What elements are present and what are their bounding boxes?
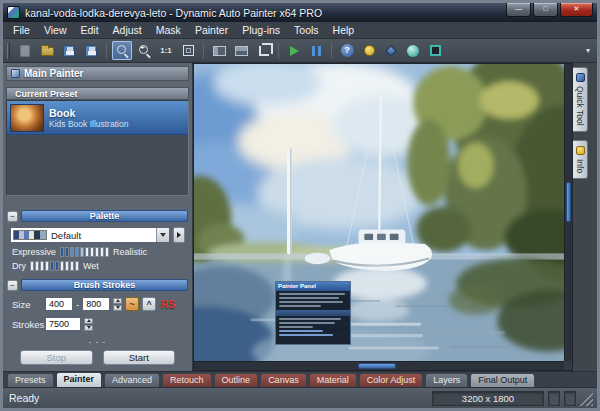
current-preset-header: Current Preset [6,87,189,100]
toolbar: 1:1 ? ▾ [3,39,597,63]
vertical-scrollbar-thumb[interactable] [566,182,571,222]
palette-header: Palette [21,210,188,222]
help-icon: ? [341,44,354,57]
horizontal-scrollbar-thumb[interactable] [358,363,396,369]
vertical-scrollbar[interactable] [564,64,572,361]
menu-adjust[interactable]: Adjust [106,23,149,37]
actual-size-button[interactable]: 1:1 [156,41,176,60]
status-panel-2 [564,391,576,406]
tab-painter[interactable]: Painter [56,372,103,387]
strokes-spinner[interactable] [84,318,93,331]
brush-direction-button[interactable]: ^ [142,297,156,311]
menu-bar: File View Edit Adjust Mask Painter Plug-… [3,22,597,39]
dry-wet-slider[interactable] [30,261,79,271]
menu-tools[interactable]: Tools [287,23,326,37]
painting-image [194,64,564,361]
tab-outline[interactable]: Outline [214,373,259,387]
open-button[interactable] [37,41,57,60]
expressive-realistic-slider[interactable] [60,247,109,257]
horizontal-scrollbar[interactable] [194,361,564,370]
size-separator: - [76,299,79,310]
toolbar-separator [203,43,204,59]
crop-button[interactable] [253,41,273,60]
rs-button[interactable]: RS [161,299,175,310]
toolbar-overflow-button[interactable]: ▾ [583,46,593,55]
palette-select-arrow[interactable] [156,228,169,242]
wet-label: Wet [83,261,99,271]
tab-final-output[interactable]: Final Output [470,373,535,387]
sphere-preview-button[interactable] [403,41,423,60]
quick-tool-label: Quick Tool [575,86,585,126]
menu-file[interactable]: File [6,23,37,37]
tab-retouch[interactable]: Retouch [162,373,212,387]
close-button[interactable]: ✕ [560,3,593,17]
tab-layers[interactable]: Layers [425,373,468,387]
brush-shape-button[interactable]: ~ [125,297,139,311]
palette-select[interactable]: Default [10,227,170,243]
mask-tool-button[interactable] [381,41,401,60]
panel-title: Main Painter [24,68,83,79]
stop-button[interactable]: Stop [20,350,93,365]
maximize-button[interactable]: □ [533,3,558,17]
tab-advanced[interactable]: Advanced [104,373,160,387]
size-label: Size [12,299,42,310]
preset-name: Book [49,107,128,119]
collapse-brush-button[interactable]: − [7,280,18,291]
panel-header: Main Painter [6,66,189,81]
fit-to-window-button[interactable] [178,41,198,60]
tab-color-adjust[interactable]: Color Adjust [359,373,424,387]
panels-layout-button[interactable] [209,41,229,60]
menu-edit[interactable]: Edit [74,23,106,37]
start-button[interactable]: Start [103,350,176,365]
sphere-icon [407,45,419,57]
save-icon [63,45,75,57]
tab-material[interactable]: Material [309,373,357,387]
status-text: Ready [9,392,39,404]
menu-view[interactable]: View [37,23,74,37]
help-popup-title: Painter Panel [276,282,350,291]
window-resize-grip[interactable] [580,391,593,406]
preset-item-book[interactable]: Book Kids Book Illustration [7,101,188,135]
save-button[interactable] [59,41,79,60]
help-button[interactable]: ? [337,41,357,60]
play-icon [290,46,299,56]
zoom-tool-button[interactable] [112,41,132,60]
size-min-input[interactable]: 400 [45,297,73,311]
new-icon [20,45,30,57]
menu-help[interactable]: Help [326,23,362,37]
window-title: kanal-voda-lodka-derevya-leto - Dynamic … [25,7,501,19]
menu-plugins[interactable]: Plug-ins [235,23,287,37]
tab-quick-tool[interactable]: Quick Tool [573,67,588,132]
app-window: kanal-voda-lodka-derevya-leto - Dynamic … [0,0,600,411]
size-max-input[interactable]: 800 [82,297,110,311]
export-button[interactable] [81,41,101,60]
split-view-button[interactable] [231,41,251,60]
open-folder-icon [41,47,54,56]
menu-mask[interactable]: Mask [149,23,188,37]
panel-resize-grip[interactable]: - - - [6,337,189,346]
minimize-button[interactable]: — [506,3,531,17]
material-preview-button[interactable] [425,41,445,60]
lamp-tool-button[interactable] [359,41,379,60]
tab-presets[interactable]: Presets [7,373,54,387]
pause-icon [312,46,321,56]
tab-info[interactable]: Info [573,140,588,179]
palette-more-button[interactable] [173,227,185,243]
strokes-input[interactable]: 7500 [45,317,81,331]
collapse-palette-button[interactable]: − [7,211,18,222]
pause-painting-button[interactable] [306,41,326,60]
help-popup-link[interactable] [279,330,323,332]
start-painting-button[interactable] [284,41,304,60]
new-button[interactable] [15,41,35,60]
help-popup-text [279,318,341,320]
size-spinner[interactable] [113,298,122,311]
menu-painter[interactable]: Painter [188,23,235,37]
tab-canvas[interactable]: Canvas [260,373,307,387]
zoom-in-button[interactable] [134,41,154,60]
magnifier-icon [117,45,126,54]
palette-selected-value: Default [51,230,156,241]
canvas-viewport[interactable]: Painter Panel [193,63,573,371]
toolbar-separator [278,43,279,59]
help-popup-link[interactable] [279,334,333,336]
help-popup-text [279,297,339,299]
